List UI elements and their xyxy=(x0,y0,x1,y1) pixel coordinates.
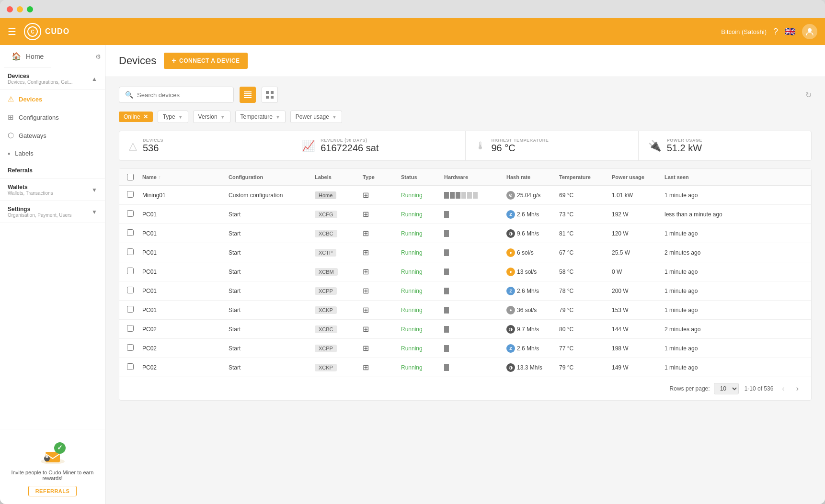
td-hardware xyxy=(444,230,506,237)
os-icon: ⊞ xyxy=(363,325,369,333)
select-all-checkbox[interactable] xyxy=(127,174,134,180)
th-name[interactable]: Name ↑ xyxy=(142,174,229,180)
next-page-button[interactable]: › xyxy=(793,383,802,394)
row-checkbox[interactable] xyxy=(127,287,134,293)
type-filter-dropdown[interactable]: Type ▼ xyxy=(158,111,188,123)
hash-icon: ◑ xyxy=(506,325,515,334)
row-checkbox[interactable] xyxy=(127,210,134,217)
app-window: ☰ C CUDO Bitcoin (Satoshi) ? 🇬🇧 xyxy=(0,0,825,504)
td-status: Running xyxy=(401,211,444,218)
row-checkbox[interactable] xyxy=(127,306,134,313)
td-lastseen: 1 minute ago xyxy=(665,288,736,294)
devices-group-header[interactable]: Devices Devices, Configurations, Gat... … xyxy=(0,68,105,90)
referral-promo: ✓ Invite people to Cudo Miner to earn re… xyxy=(0,429,105,504)
sidebar-item-configurations[interactable]: ⊞ Configurations xyxy=(0,108,105,126)
user-avatar[interactable] xyxy=(802,24,817,39)
version-filter-dropdown[interactable]: Version ▼ xyxy=(193,111,230,123)
td-hardware xyxy=(444,249,506,256)
th-temperature[interactable]: Temperature xyxy=(559,174,612,180)
hardware-bars xyxy=(444,230,506,237)
close-button[interactable] xyxy=(7,6,13,12)
online-filter-remove[interactable]: ✕ xyxy=(143,113,148,120)
td-hardware xyxy=(444,192,506,199)
sidebar-item-labels-label: Labels xyxy=(15,150,33,157)
td-status: Running xyxy=(401,249,444,256)
main-layout: 🏠 Home ⚙ Devices Devices, Configurations… xyxy=(0,45,825,504)
power-usage-filter-arrow: ▼ xyxy=(332,114,337,120)
th-configuration[interactable]: Configuration xyxy=(229,174,315,180)
td-checkbox xyxy=(127,229,142,237)
hardware-bars xyxy=(444,288,506,294)
sidebar-item-devices[interactable]: ⚠ Devices xyxy=(0,90,105,108)
hamburger-icon[interactable]: ☰ xyxy=(8,26,16,37)
power-usage-filter-dropdown[interactable]: Power usage ▼ xyxy=(290,111,342,123)
td-type: ⊞ xyxy=(363,229,401,238)
row-checkbox[interactable] xyxy=(127,344,134,351)
td-power: 0 W xyxy=(612,269,665,275)
th-lastseen-label: Last seen xyxy=(665,174,689,180)
connect-device-button[interactable]: + CONNECT A DEVICE xyxy=(164,53,247,69)
td-temp: 58 °C xyxy=(559,269,612,275)
power-usage-filter-label: Power usage xyxy=(296,113,329,120)
help-icon[interactable]: ? xyxy=(773,27,778,37)
sidebar-item-gateways[interactable]: ⬡ Gateways xyxy=(0,126,105,145)
hash-icon: ⊙ xyxy=(506,191,515,200)
minimize-button[interactable] xyxy=(17,6,23,12)
td-checkbox xyxy=(127,287,142,295)
hw-bar xyxy=(444,192,449,199)
th-labels[interactable]: Labels xyxy=(315,174,363,180)
row-checkbox[interactable] xyxy=(127,268,134,274)
td-lastseen: 1 minute ago xyxy=(665,345,736,352)
row-checkbox[interactable] xyxy=(127,325,134,332)
label-badge: XCBM xyxy=(315,268,338,276)
settings-group[interactable]: Settings Organisation, Payment, Users ▼ xyxy=(0,201,105,223)
temperature-filter-dropdown[interactable]: Temperature ▼ xyxy=(235,111,286,123)
td-hashrate: Z 2.6 Mh/s xyxy=(506,344,559,353)
label-badge: Home xyxy=(315,191,336,199)
content-body: 🔍 xyxy=(105,77,825,410)
td-status: Running xyxy=(401,192,444,199)
th-hashrate[interactable]: Hash rate xyxy=(506,174,559,180)
home-icon: 🏠 xyxy=(11,52,21,61)
th-name-label: Name xyxy=(142,174,157,180)
sidebar-item-labels[interactable]: ▪ Labels xyxy=(0,145,105,162)
row-checkbox[interactable] xyxy=(127,248,134,255)
row-checkbox[interactable] xyxy=(127,363,134,370)
referrals-group[interactable]: Referrals xyxy=(0,162,105,179)
prev-page-button[interactable]: ‹ xyxy=(779,383,787,394)
td-status: Running xyxy=(401,326,444,333)
td-hardware xyxy=(444,211,506,218)
th-power[interactable]: Power usage xyxy=(612,174,665,180)
th-type[interactable]: Type xyxy=(363,174,401,180)
hash-rate-value: 2.6 Mh/s xyxy=(517,288,539,294)
td-temp: 79 °C xyxy=(559,364,612,371)
referrals-button[interactable]: REFERRALS xyxy=(28,486,77,496)
rows-per-page-select[interactable]: 10 25 50 xyxy=(714,383,739,394)
row-checkbox[interactable] xyxy=(127,229,134,236)
th-hardware[interactable]: Hardware xyxy=(444,174,506,180)
page-info: 1-10 of 536 xyxy=(745,385,774,392)
th-status[interactable]: Status xyxy=(401,174,444,180)
search-input[interactable] xyxy=(137,91,228,99)
th-lastseen[interactable]: Last seen xyxy=(665,174,736,180)
svg-rect-10 xyxy=(244,93,252,94)
refresh-button[interactable]: ↻ xyxy=(805,90,812,100)
row-checkbox[interactable] xyxy=(127,191,134,198)
svg-point-2 xyxy=(808,28,812,32)
list-view-button[interactable] xyxy=(240,87,256,103)
hash-icon: ◑ xyxy=(506,229,515,238)
wallets-group[interactable]: Wallets Wallets, Transactions ▼ xyxy=(0,179,105,201)
grid-view-button[interactable] xyxy=(262,87,278,103)
titlebar xyxy=(0,0,825,18)
settings-gear-icon[interactable]: ⚙ xyxy=(95,53,101,60)
svg-text:✓: ✓ xyxy=(57,444,63,451)
sidebar-home[interactable]: 🏠 Home xyxy=(4,45,51,68)
hw-bar xyxy=(444,211,449,218)
sidebar-item-devices-label: Devices xyxy=(19,96,42,103)
os-icon: ⊞ xyxy=(363,344,369,352)
maximize-button[interactable] xyxy=(27,6,33,12)
content-area: Devices + CONNECT A DEVICE 🔍 xyxy=(105,45,825,504)
td-hashrate: ◑ 9.6 Mh/s xyxy=(506,229,559,238)
td-temp: 69 °C xyxy=(559,192,612,199)
language-flag[interactable]: 🇬🇧 xyxy=(785,26,795,37)
